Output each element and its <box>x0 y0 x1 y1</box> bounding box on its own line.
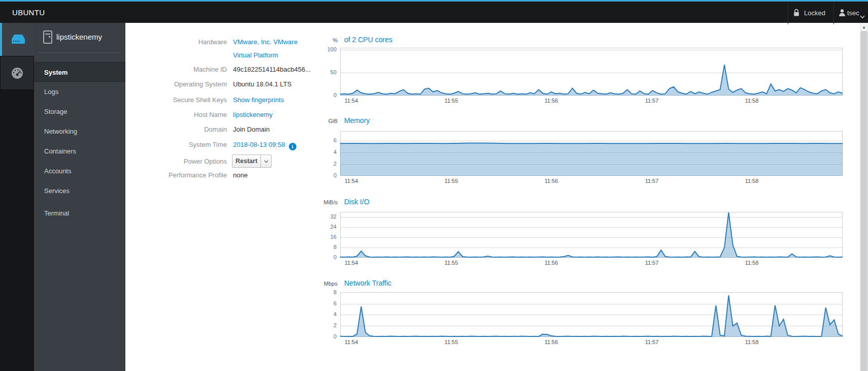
memory-y-tick: 6 <box>309 137 337 143</box>
sidebar-item-storage[interactable]: Storage <box>34 102 125 121</box>
system-time-label: System Time <box>125 141 227 148</box>
network-x-tick: 11:58 <box>738 339 766 345</box>
navbar-divider <box>788 3 788 24</box>
system-time-link[interactable]: 2018-08-13 09:58i <box>233 141 296 150</box>
performance-profile-value: none <box>233 171 248 179</box>
show-fingerprints-link[interactable]: Show fingerprints <box>233 96 284 104</box>
os-label: Operating System <box>125 80 227 88</box>
power-options-label: Power Options <box>125 158 227 165</box>
network-y-tick: 8 <box>309 289 337 295</box>
disk-io-x-tick: 11:55 <box>437 260 465 266</box>
memory-x-tick: 11:58 <box>738 178 766 184</box>
network-y-tick: 4 <box>309 311 337 317</box>
network-unit-label: Mbps <box>274 281 338 287</box>
sidebar-item-host-icon[interactable] <box>0 23 34 56</box>
disk-io-x-tick: 11:58 <box>738 260 766 266</box>
disk-io-y-tick: 8 <box>309 244 337 250</box>
network-y-tick: 6 <box>309 300 337 306</box>
disk-io-x-tick: 11:57 <box>638 260 666 266</box>
memory-x-tick: 11:54 <box>337 178 365 184</box>
cpu-x-tick: 11:57 <box>638 98 666 104</box>
network-x-tick: 11:57 <box>638 339 666 345</box>
memory-y-tick: 4 <box>309 149 337 155</box>
host-name-label: Host Name <box>125 111 227 118</box>
cpu-x-tick: 11:56 <box>537 98 565 104</box>
memory-y-tick: 0 <box>309 172 337 178</box>
disk-io-y-tick: 24 <box>309 224 337 230</box>
memory-x-tick: 11:56 <box>537 178 565 184</box>
disk-io-chart-title-link[interactable]: Disk I/O <box>344 198 370 206</box>
top-navbar: UBUNTU Locked tsec <box>0 0 868 23</box>
host-name-link[interactable]: lipstickenemy <box>233 111 273 118</box>
network-x-tick: 11:54 <box>337 339 365 345</box>
host-machine-icon <box>43 30 53 46</box>
locked-indicator[interactable]: Locked <box>804 9 825 17</box>
cpu-x-tick: 11:54 <box>337 98 365 104</box>
memory-x-tick: 11:57 <box>638 178 666 184</box>
cpu-series <box>340 48 843 96</box>
cpu-x-tick: 11:55 <box>437 98 465 104</box>
machine-id-label: Machine ID <box>125 66 227 73</box>
caret-down-icon <box>264 160 269 163</box>
cpu-chart-title-link[interactable]: of 2 CPU cores <box>344 36 392 44</box>
navbar-divider <box>833 3 834 24</box>
disk-io-x-tick: 11:56 <box>537 260 565 266</box>
sidebar-item-containers[interactable]: Containers <box>34 141 125 161</box>
network-y-tick: 2 <box>309 322 337 328</box>
sidebar-item-accounts[interactable]: Accounts <box>34 161 125 181</box>
hardware-link-line2[interactable]: Virtual Platform <box>233 51 278 59</box>
disk-io-unit-label: MiB/s <box>274 199 338 205</box>
cpu-y-tick: 0 <box>309 92 337 98</box>
cpu-unit-label: % <box>274 37 338 43</box>
scrollbar-thumb[interactable] <box>860 31 867 371</box>
network-series <box>340 292 843 337</box>
network-x-tick: 11:56 <box>537 339 565 345</box>
dashboard-gauge-icon <box>1 56 34 89</box>
sidebar-item-dashboard-icon[interactable] <box>0 56 34 90</box>
brand-label: UBUNTU <box>12 8 45 17</box>
cpu-x-tick: 11:58 <box>738 98 766 104</box>
hardware-label: Hardware <box>125 38 227 46</box>
memory-y-tick: 2 <box>309 161 337 167</box>
memory-x-tick: 11:55 <box>437 178 465 184</box>
restart-dropdown-button[interactable] <box>260 154 272 168</box>
os-value: Ubuntu 18.04.1 LTS <box>233 80 291 88</box>
sidebar-item-logs[interactable]: Logs <box>34 82 125 102</box>
sidebar-divider <box>38 52 121 53</box>
chevron-down-icon[interactable] <box>860 12 865 21</box>
sidebar-item-system[interactable]: System <box>34 62 125 82</box>
scrollbar-up-button[interactable]: ▴ <box>860 23 868 31</box>
sidebar-hostname: lipstickenemy <box>56 33 102 41</box>
server-icon <box>2 23 34 56</box>
user-icon <box>839 9 846 19</box>
join-domain-link[interactable]: Join Domain <box>233 126 270 133</box>
disk-io-y-tick: 32 <box>309 213 337 220</box>
sidebar-item-services[interactable]: Services <box>34 181 125 201</box>
sidebar: lipstickenemy System Logs Storage Networ… <box>34 23 125 371</box>
ssh-keys-label: Secure Shell Keys <box>125 96 227 104</box>
domain-label: Domain <box>125 126 227 133</box>
sidebar-item-terminal[interactable]: Terminal <box>34 203 125 223</box>
host-header[interactable]: lipstickenemy <box>34 23 125 52</box>
disk-io-y-tick: 16 <box>309 234 337 240</box>
performance-profile-label: Performance Profile <box>125 171 227 179</box>
memory-series <box>340 131 843 176</box>
app-icon-strip <box>0 23 34 371</box>
restart-button[interactable]: Restart <box>232 154 261 168</box>
machine-id-value: 49c1822514114bacb456... <box>233 66 311 73</box>
memory-chart-title-link[interactable]: Memory <box>344 116 370 125</box>
user-menu[interactable]: tsec <box>847 9 859 17</box>
disk-io-series <box>340 212 843 258</box>
cpu-y-tick: 50 <box>309 69 337 75</box>
cockpit-page: UBUNTU Locked tsec <box>0 0 868 371</box>
system-time-value: 2018-08-13 09:58 <box>233 141 285 148</box>
disk-io-y-tick: 0 <box>309 254 337 260</box>
memory-unit-label: GiB <box>274 118 338 124</box>
network-x-tick: 11:55 <box>437 339 465 345</box>
network-y-tick: 0 <box>309 333 337 339</box>
network-chart-title-link[interactable]: Network Traffic <box>344 279 391 287</box>
system-time-info-icon[interactable]: i <box>289 143 296 150</box>
cpu-y-tick: 100 <box>309 46 337 52</box>
sidebar-item-networking[interactable]: Networking <box>34 121 125 141</box>
disk-io-x-tick: 11:54 <box>337 260 365 266</box>
